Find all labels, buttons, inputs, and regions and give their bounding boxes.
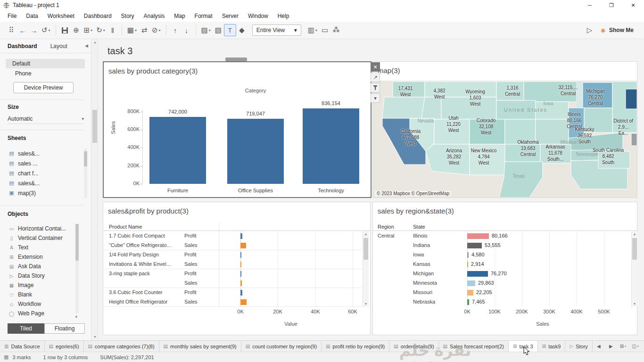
maximize-icon[interactable]: ❐ [601, 0, 622, 10]
clear-sheet-button[interactable]: ⊘▾ [150, 24, 163, 36]
pointer-tool-icon[interactable]: ▷ [584, 24, 595, 36]
device-default-item[interactable]: Default [6, 59, 85, 68]
tab-layout[interactable]: Layout [50, 43, 67, 49]
state-row[interactable]: Illinois80,166 [373, 231, 630, 241]
sheet-tab-egories-6-[interactable]: ▤egories(6) [45, 341, 84, 352]
object-item-ask-data[interactable]: ▤Ask Data [0, 262, 84, 271]
object-item-workflow[interactable]: ◇Workflow [0, 299, 84, 309]
scroll-up-icon[interactable]: ▲ [632, 231, 637, 237]
sheet-tab-story[interactable]: ▷Story [565, 341, 592, 352]
selected-item-drag-handle[interactable] [225, 58, 247, 61]
menu-map[interactable]: Map [169, 11, 190, 21]
device-preview-button[interactable]: Device Preview [13, 82, 74, 93]
state-row[interactable]: Michigan76,270 [373, 269, 630, 279]
sheet-tab-task-3[interactable]: ⊞task 3 [509, 341, 538, 352]
refresh-button[interactable]: ↻▾ [94, 24, 107, 36]
sort-descending-button[interactable]: ↓ [181, 24, 192, 36]
use-as-filter-icon[interactable] [371, 83, 380, 92]
fit-view-select[interactable]: Entire View ▾ [252, 25, 301, 36]
pause-updates-button[interactable]: ‖ [107, 24, 118, 36]
show-hide-cards-button[interactable]: ▥▾ [306, 24, 319, 36]
object-item-data-story[interactable]: ▷Data Story [0, 271, 84, 280]
sheet-tab-monthly-sales-by-segment-9-[interactable]: ▤monthly sales by segment(9) [159, 341, 241, 352]
state-bar[interactable] [467, 233, 489, 239]
add-data-button[interactable]: ⊕ [71, 24, 82, 36]
scrollbar-thumb[interactable] [632, 238, 637, 260]
product-row[interactable]: 1.7 Cubic Foot Compact“Cube” Office Refr… [103, 231, 362, 250]
state-row[interactable]: Nebraska7,465 [373, 297, 630, 307]
state-row[interactable]: Minnesota29,863 [373, 279, 630, 288]
pane-scrollbar[interactable]: ▲ ▼ [91, 39, 98, 340]
state-row[interactable]: Kansas2,914 [373, 260, 630, 269]
new-worksheet-button[interactable]: ⊞▾ [82, 24, 95, 36]
more-options-icon[interactable]: ▾ [371, 93, 380, 103]
measure-bar[interactable] [240, 271, 241, 277]
remove-item-icon[interactable]: ✕ [371, 62, 380, 72]
map-panel[interactable]: map(3) [372, 61, 637, 198]
scroll-down-icon[interactable]: ▼ [91, 334, 99, 340]
sheet-tab-data-source[interactable]: ▥Data Source [0, 341, 45, 352]
state-bar[interactable] [467, 280, 475, 286]
save-button[interactable] [59, 24, 71, 36]
share-button[interactable]: ⁂ [330, 24, 342, 36]
bar-mark[interactable] [303, 108, 359, 184]
objects-scrollbar[interactable]: ▼ [75, 224, 79, 313]
state-bar[interactable] [467, 243, 482, 248]
scroll-up-icon[interactable]: ▲ [91, 39, 99, 46]
bar-chart-panel[interactable]: sales by product category(3) Category Sa… [103, 61, 372, 198]
state-bar[interactable] [467, 299, 469, 305]
measure-bar[interactable] [240, 243, 246, 248]
product-table-panel[interactable]: sales&profit by product(3) Product Name … [103, 202, 371, 335]
menu-story[interactable]: Story [116, 11, 139, 21]
forward-button[interactable]: → [28, 24, 40, 36]
state-bar[interactable] [467, 262, 468, 267]
sheet-tab-sales-forecast-report-2-[interactable]: ▤Sales forecast report(2) [439, 341, 509, 352]
format-button[interactable]: ▧ [213, 24, 224, 36]
sort-ascending-button[interactable]: ↑ [170, 24, 181, 36]
measure-bar[interactable] [240, 252, 241, 258]
menu-format[interactable]: Format [190, 11, 217, 21]
sheet-tab-orderdetails-9-[interactable]: ▤orderdetails(9) [389, 341, 438, 352]
state-row[interactable]: Iowa4,580 [373, 250, 630, 260]
fix-axes-button[interactable]: ◆ [236, 24, 248, 36]
measure-bar[interactable] [240, 290, 242, 296]
state-bar[interactable] [467, 252, 469, 258]
new-dashboard-tab-icon[interactable]: ◫+ [629, 344, 642, 349]
table-scrollbar[interactable]: ▲ ▼ [363, 231, 369, 307]
product-row[interactable]: 3-ring staple packProfitSales [103, 269, 362, 288]
replay-button[interactable]: ↺▾ [40, 24, 52, 36]
object-item-blank[interactable]: □Blank [0, 290, 84, 299]
collapse-pane-icon[interactable]: ◀ [85, 43, 88, 48]
sheet-tab-count-customer-by-region-9-[interactable]: ▤count customer by region(9) [241, 341, 322, 352]
previous-tab-icon[interactable]: ◀ [593, 344, 605, 349]
presentation-mode-button[interactable]: ▭ [319, 24, 330, 36]
tiled-button[interactable]: Tiled [8, 323, 44, 334]
new-story-tab-icon[interactable]: ▷+ [642, 344, 644, 349]
scroll-down-icon[interactable]: ▼ [74, 315, 78, 319]
tab-dashboard[interactable]: Dashboard [8, 43, 37, 49]
close-icon[interactable]: ✕ [622, 0, 644, 10]
mark-labels-button[interactable]: T [224, 24, 236, 36]
object-item-image[interactable]: ▦Image [0, 280, 84, 290]
device-phone-item[interactable]: Phone [6, 69, 85, 78]
menu-help[interactable]: Help [273, 11, 294, 21]
scrollbar-thumb[interactable] [92, 110, 97, 143]
sheet-item[interactable]: ▣map(3) [0, 188, 84, 198]
object-item-web-page[interactable]: ◯Web Page [0, 309, 84, 318]
scroll-down-icon[interactable]: ▼ [632, 301, 637, 307]
sheet-tab-profit-retio-by-region-9-[interactable]: ▤profit retio by region(9) [322, 341, 389, 352]
menu-worksheet[interactable]: Worksheet [43, 11, 79, 21]
bar-mark[interactable] [149, 117, 206, 184]
bar-mark[interactable] [227, 119, 284, 184]
state-bar[interactable] [467, 290, 473, 296]
object-item-vertical-container[interactable]: ▯Vertical Container [0, 233, 84, 243]
measure-bar[interactable] [240, 299, 247, 305]
show-me-button[interactable]: ∗ Show Me [595, 26, 638, 35]
product-row[interactable]: 1/4 Fold Party DesignInvitations & White… [103, 250, 362, 269]
start-page-icon[interactable]: ⠿ [6, 24, 17, 36]
size-select[interactable]: Automatic ▾ [8, 114, 84, 124]
measure-bar[interactable] [240, 262, 241, 267]
region-table-panel[interactable]: sales by region&state(3) Region State Ce… [372, 202, 637, 335]
menu-data[interactable]: Data [21, 11, 42, 21]
minimize-icon[interactable]: ─ [579, 0, 601, 10]
